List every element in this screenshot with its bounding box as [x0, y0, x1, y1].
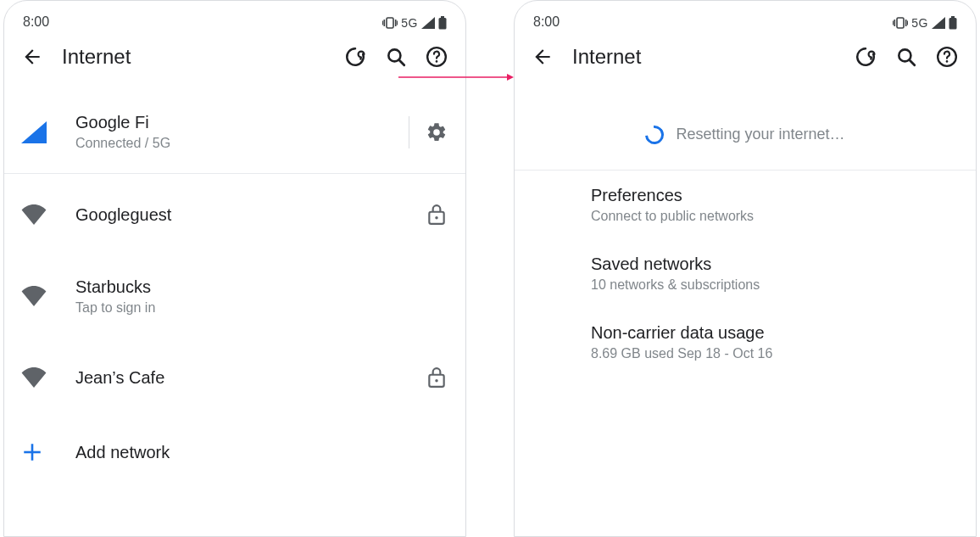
plus-icon: [21, 441, 75, 463]
preferences-row[interactable]: Preferences Connect to public networks: [515, 171, 976, 239]
wifi-sub: Tap to sign in: [75, 300, 425, 316]
pref-title: Saved networks: [591, 255, 959, 274]
add-network-label: Add network: [75, 443, 170, 462]
battery-icon: [438, 16, 447, 30]
page-title: Internet: [62, 45, 131, 69]
svg-point-7: [359, 58, 362, 60]
pref-title: Non-carrier data usage: [591, 323, 959, 343]
vibrate-icon: [382, 17, 398, 29]
wifi-icon: [21, 367, 75, 388]
status-time: 8:00: [533, 14, 560, 30]
svg-point-13: [435, 216, 437, 219]
status-bar: 8:00 5G: [4, 1, 465, 31]
svg-rect-18: [897, 18, 904, 28]
carrier-status: Connected / 5G: [75, 136, 393, 151]
resetting-label: Resetting your internet…: [676, 126, 844, 143]
phone-screen-before: 8:00 5G Internet: [3, 0, 466, 537]
lock-icon: [425, 366, 448, 389]
status-indicators: 5G: [382, 16, 447, 30]
help-button[interactable]: [935, 45, 959, 69]
wifi-name: Starbucks: [75, 277, 425, 297]
carrier-row[interactable]: Google Fi Connected / 5G: [4, 91, 465, 174]
carrier-settings-button[interactable]: [425, 121, 448, 143]
phone-screen-after: 8:00 5G Internet: [514, 0, 977, 537]
spinner-icon: [642, 121, 668, 148]
svg-line-9: [399, 60, 404, 65]
signal-icon: [421, 17, 435, 29]
wifi-icon: [21, 286, 75, 306]
pref-title: Preferences: [591, 186, 959, 205]
wifi-icon: [21, 204, 75, 225]
svg-rect-24: [949, 18, 957, 30]
svg-point-25: [870, 58, 872, 60]
lock-icon: [425, 204, 448, 226]
battery-icon: [949, 16, 957, 30]
resetting-banner: Resetting your internet…: [515, 99, 976, 171]
app-bar: Internet: [4, 31, 465, 82]
app-bar: Internet: [515, 31, 976, 82]
search-button[interactable]: [384, 45, 408, 69]
search-button[interactable]: [894, 45, 918, 69]
signal-icon: [932, 17, 945, 29]
wifi-network-row[interactable]: Starbucks Tap to sign in: [4, 255, 465, 337]
reset-connectivity-button[interactable]: [343, 45, 367, 69]
svg-rect-0: [387, 18, 393, 28]
svg-line-27: [910, 60, 915, 65]
saved-networks-row[interactable]: Saved networks 10 networks & subscriptio…: [515, 239, 976, 308]
status-indicators: 5G: [893, 16, 957, 30]
svg-point-29: [946, 60, 949, 63]
pref-sub: 8.69 GB used Sep 18 - Oct 16: [591, 346, 959, 361]
carrier-signal-icon: [21, 121, 75, 143]
svg-rect-23: [951, 16, 955, 18]
svg-point-15: [435, 379, 437, 382]
reset-connectivity-button[interactable]: [854, 45, 877, 69]
pref-sub: Connect to public networks: [591, 209, 959, 224]
status-network-label: 5G: [401, 16, 418, 30]
wifi-name: Jean’s Cafe: [75, 368, 425, 388]
data-usage-row[interactable]: Non-carrier data usage 8.69 GB used Sep …: [515, 308, 976, 377]
add-network-row[interactable]: Add network: [4, 418, 465, 486]
back-button[interactable]: [21, 46, 58, 68]
status-network-label: 5G: [911, 16, 928, 30]
svg-point-11: [436, 60, 438, 63]
divider: [409, 116, 409, 148]
svg-rect-6: [439, 18, 447, 30]
status-bar: 8:00 5G: [515, 1, 976, 31]
vibrate-icon: [893, 17, 908, 29]
carrier-name: Google Fi: [75, 113, 393, 132]
pref-sub: 10 networks & subscriptions: [591, 277, 959, 293]
wifi-name: Googleguest: [75, 205, 425, 225]
svg-rect-5: [441, 16, 444, 18]
back-button[interactable]: [532, 46, 569, 68]
wifi-network-row[interactable]: Jean’s Cafe: [4, 337, 465, 418]
wifi-network-row[interactable]: Googleguest: [4, 174, 465, 255]
status-time: 8:00: [23, 14, 49, 30]
page-title: Internet: [572, 45, 641, 69]
help-button[interactable]: [425, 45, 448, 69]
